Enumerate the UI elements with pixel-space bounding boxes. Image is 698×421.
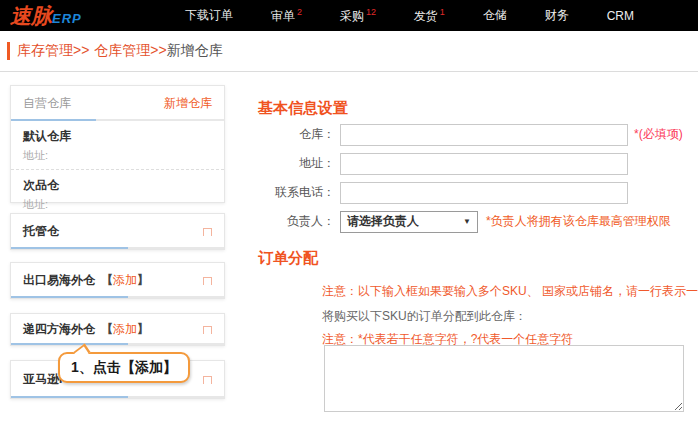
app-logo[interactable]: 速脉ERP — [10, 2, 82, 30]
phone-input[interactable] — [340, 182, 628, 204]
breadcrumb-inventory-mgmt[interactable]: 库存管理>> — [17, 42, 89, 60]
warehouse-name-row: 仓库： *(必填项) — [258, 123, 698, 146]
own-warehouse-panel-header: 自营仓库 新增仓库 — [11, 86, 224, 119]
nav-item-crm[interactable]: CRM — [607, 9, 634, 23]
nav-menu: 下载订单 审单2 采购12 发货1 仓储 财务 CRM — [185, 0, 634, 31]
phone-row: 联系电话： — [258, 181, 698, 204]
add-disifang-link[interactable]: 【添加】 — [101, 321, 149, 338]
top-navbar: 速脉ERP 下载订单 审单2 采购12 发货1 仓储 财务 CRM — [0, 0, 698, 31]
nav-item-shipping[interactable]: 发货1 — [414, 7, 445, 25]
manager-select[interactable]: 请选择负责人 ▼ — [340, 211, 478, 233]
nav-item-download-orders[interactable]: 下载订单 — [185, 7, 233, 24]
callout-text: 1、点击【添加】 — [71, 359, 177, 377]
panel-underline — [11, 296, 224, 298]
basic-info-form: 仓库： *(必填项) 地址： 联系电话： 负责人： 请选择负责人 ▼ *负责人将… — [258, 123, 698, 239]
panel-underline — [11, 247, 224, 249]
order-note-multiline: 注意：以下输入框如果要输入多个SKU、 国家或店铺名，请一行表示一个 — [322, 283, 698, 300]
panel-marker-icon[interactable] — [203, 228, 212, 236]
breadcrumb-warehouse-mgmt[interactable]: 仓库管理>> — [94, 42, 166, 60]
panel-marker-icon[interactable] — [203, 376, 212, 384]
warehouse-list-item-defective[interactable]: 次品仓 地址: — [11, 170, 224, 219]
own-warehouse-panel: 自营仓库 新增仓库 默认仓库 地址: 次品仓 地址: — [10, 85, 225, 203]
warehouse-name-input[interactable] — [340, 124, 628, 146]
warehouse-address: 地址: — [23, 148, 212, 163]
warehouse-name-label: 仓库： — [258, 126, 340, 143]
audit-count-badge: 2 — [297, 7, 302, 17]
panel-label: 出口易海外仓 — [23, 272, 95, 289]
panel-marker-icon[interactable] — [203, 277, 212, 285]
own-warehouse-tab[interactable]: 自营仓库 — [23, 95, 71, 112]
nav-item-finance[interactable]: 财务 — [545, 7, 569, 24]
panel-label: 托管仓 — [23, 223, 59, 240]
managed-warehouse-panel[interactable]: 托管仓 — [10, 213, 225, 250]
logo-en-text: ERP — [52, 11, 82, 26]
basic-info-section-title: 基本信息设置 — [258, 99, 348, 118]
warehouse-name: 次品仓 — [23, 177, 212, 194]
manager-permission-note: *负责人将拥有该仓库最高管理权限 — [486, 213, 671, 230]
warehouse-address: 地址: — [23, 197, 212, 212]
warehouse-name: 默认仓库 — [23, 128, 212, 145]
tutorial-callout: 1、点击【添加】 — [58, 352, 190, 383]
address-label: 地址： — [258, 155, 340, 172]
order-allocation-section-title: 订单分配 — [258, 249, 318, 268]
chevron-down-icon: ▼ — [463, 217, 471, 226]
add-chukouyi-link[interactable]: 【添加】 — [101, 272, 149, 289]
nav-item-audit-orders[interactable]: 审单2 — [271, 7, 302, 25]
required-field-note: *(必填项) — [634, 126, 683, 143]
order-note-sku-assign: 将购买以下SKU的订单分配到此仓库： — [322, 308, 527, 325]
manager-select-value: 请选择负责人 — [347, 213, 419, 230]
breadcrumb: 库存管理>> 仓库管理>> 新增仓库 — [0, 31, 698, 72]
warehouse-list-item-default[interactable]: 默认仓库 地址: — [11, 121, 224, 170]
disifang-overseas-panel[interactable]: 递四方海外仓 【添加】 — [10, 313, 225, 346]
address-input[interactable] — [340, 153, 628, 175]
breadcrumb-current-page: 新增仓库 — [167, 42, 223, 60]
chukouyi-overseas-panel[interactable]: 出口易海外仓 【添加】 — [10, 262, 225, 299]
manager-row: 负责人： 请选择负责人 ▼ *负责人将拥有该仓库最高管理权限 — [258, 210, 698, 233]
panel-marker-icon[interactable] — [203, 326, 212, 334]
panel-underline — [11, 343, 224, 345]
nav-item-purchase[interactable]: 采购12 — [340, 7, 376, 25]
phone-label: 联系电话： — [258, 184, 340, 201]
panel-label: 递四方海外仓 — [23, 321, 95, 338]
address-row: 地址： — [258, 152, 698, 175]
shipping-count-badge: 1 — [440, 7, 445, 17]
logo-cn-text: 速脉 — [10, 4, 52, 27]
panel-underline — [11, 396, 224, 398]
manager-label: 负责人： — [258, 213, 340, 230]
breadcrumb-accent-bar — [7, 42, 10, 60]
add-warehouse-link[interactable]: 新增仓库 — [164, 95, 212, 112]
sku-list-textarea[interactable] — [324, 345, 684, 412]
nav-item-warehouse[interactable]: 仓储 — [483, 7, 507, 24]
purchase-count-badge: 12 — [366, 7, 376, 17]
